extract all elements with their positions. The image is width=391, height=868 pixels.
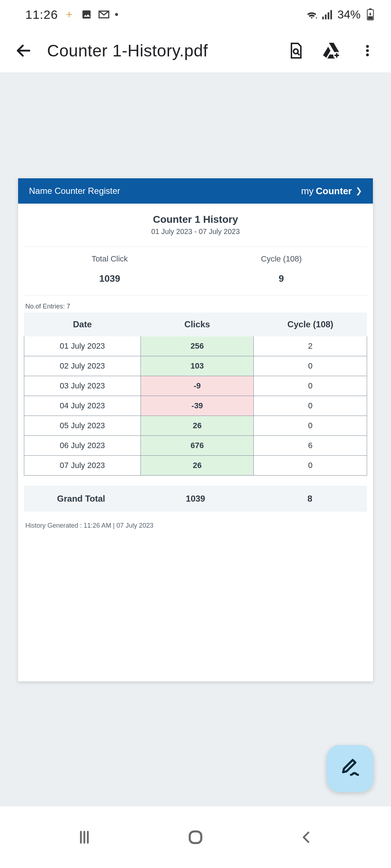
generated-note: History Generated : 11:26 AM | 07 July 2…	[25, 522, 367, 529]
cell-clicks: 26	[140, 416, 254, 436]
cell-cycle: 0	[254, 416, 367, 436]
cell-cycle: 0	[254, 376, 367, 396]
gmail-indicator-icon	[98, 8, 110, 21]
svg-text:+: +	[315, 16, 318, 20]
table-row: 01 July 20232562	[24, 336, 367, 356]
report-title: Counter 1 History	[24, 214, 367, 225]
edit-fab-button[interactable]	[327, 745, 374, 792]
summary-cycle-label: Cycle (108)	[196, 254, 367, 264]
cell-cycle: 0	[254, 396, 367, 416]
pdf-body: Counter 1 History 01 July 2023 - 07 July…	[18, 204, 373, 681]
svg-rect-2	[322, 17, 324, 20]
status-left: 11:26	[25, 8, 118, 22]
table-row: 04 July 2023-390	[24, 396, 367, 416]
more-options-button[interactable]	[355, 38, 380, 63]
svg-rect-8	[368, 16, 373, 20]
pdf-brand-name: Counter	[316, 186, 352, 197]
separator	[24, 247, 367, 247]
find-in-document-button[interactable]	[282, 38, 308, 63]
svg-rect-3	[325, 14, 327, 20]
summary-row: Total Click 1039 Cycle (108) 9	[24, 254, 367, 284]
pdf-brand: myCounter ❯	[301, 186, 362, 197]
svg-point-13	[366, 54, 369, 56]
pdf-page: Name Counter Register myCounter ❯ Counte…	[18, 178, 373, 681]
separator	[24, 295, 367, 295]
grand-total-row: Grand Total 1039 8	[24, 486, 367, 512]
cell-date: 04 July 2023	[24, 396, 141, 416]
report-date-range: 01 July 2023 - 07 July 2023	[24, 227, 367, 236]
summary-total-click-value: 1039	[24, 273, 196, 284]
svg-rect-0	[83, 10, 91, 19]
wifi-icon: +	[306, 8, 318, 21]
svg-rect-7	[369, 8, 372, 9]
svg-rect-4	[328, 12, 329, 20]
col-date: Date	[24, 313, 141, 336]
grand-total-clicks: 1039	[138, 486, 253, 512]
pdf-viewer[interactable]: Name Counter Register myCounter ❯ Counte…	[0, 73, 391, 807]
cell-cycle: 0	[254, 456, 367, 476]
summary-total-click-label: Total Click	[24, 254, 196, 264]
summary-cycle-value: 9	[196, 273, 367, 284]
cell-clicks: 103	[140, 356, 254, 376]
clock-text: 11:26	[25, 8, 58, 22]
svg-rect-14	[190, 831, 201, 843]
cell-cycle: 2	[254, 336, 367, 356]
cell-date: 05 July 2023	[24, 416, 141, 436]
svg-point-12	[366, 49, 369, 52]
summary-total-click: Total Click 1039	[24, 254, 196, 284]
cell-clicks: 256	[140, 336, 254, 356]
cell-date: 01 July 2023	[24, 336, 141, 356]
cell-clicks: 26	[140, 456, 254, 476]
table-header-row: Date Clicks Cycle (108)	[24, 313, 367, 336]
cell-cycle: 6	[254, 436, 367, 456]
chevron-right-icon: ❯	[356, 186, 362, 196]
cellular-signal-icon	[321, 8, 334, 21]
summary-cycle: Cycle (108) 9	[196, 254, 367, 284]
back-nav-button[interactable]	[292, 823, 321, 852]
back-button[interactable]	[11, 38, 36, 63]
cell-cycle: 0	[254, 356, 367, 376]
cell-clicks: 676	[140, 436, 254, 456]
plus-indicator-icon	[63, 8, 75, 21]
grand-total-label: Grand Total	[24, 486, 138, 512]
cell-clicks: -9	[140, 376, 254, 396]
table-row: 03 July 2023-90	[24, 376, 367, 396]
col-cycle: Cycle (108)	[254, 313, 367, 336]
status-right: + 34%	[306, 8, 377, 21]
recents-button[interactable]	[70, 823, 99, 852]
pdf-header-left-text: Name Counter Register	[29, 186, 120, 196]
cell-date: 02 July 2023	[24, 356, 141, 376]
more-notifications-dot-icon	[115, 13, 118, 16]
cell-date: 03 July 2023	[24, 376, 141, 396]
status-bar: 11:26 + 34%	[0, 0, 391, 29]
add-to-drive-button[interactable]	[319, 38, 344, 63]
cell-clicks: -39	[140, 396, 254, 416]
svg-point-11	[366, 45, 369, 48]
home-button[interactable]	[181, 823, 210, 852]
table-row: 07 July 2023260	[24, 456, 367, 476]
cell-date: 07 July 2023	[24, 456, 141, 476]
table-row: 06 July 20236766	[24, 436, 367, 456]
battery-icon	[364, 8, 377, 21]
table-row: 05 July 2023260	[24, 416, 367, 436]
table-row: 02 July 20231030	[24, 356, 367, 376]
entries-count: No.of Entries: 7	[25, 303, 367, 310]
history-table: Date Clicks Cycle (108) 01 July 20232562…	[24, 312, 367, 476]
pdf-header-bar: Name Counter Register myCounter ❯	[18, 178, 373, 204]
pdf-brand-prefix: my	[301, 186, 314, 197]
col-clicks: Clicks	[140, 313, 254, 336]
svg-rect-5	[330, 10, 332, 20]
grand-total-cycle: 8	[253, 486, 367, 512]
document-title: Counter 1-History.pdf	[47, 41, 272, 60]
app-bar: Counter 1-History.pdf	[0, 29, 391, 72]
cell-date: 06 July 2023	[24, 436, 141, 456]
battery-text: 34%	[337, 8, 361, 21]
image-indicator-icon	[80, 8, 93, 21]
system-nav-bar	[0, 807, 391, 868]
edit-pen-icon	[340, 757, 361, 780]
